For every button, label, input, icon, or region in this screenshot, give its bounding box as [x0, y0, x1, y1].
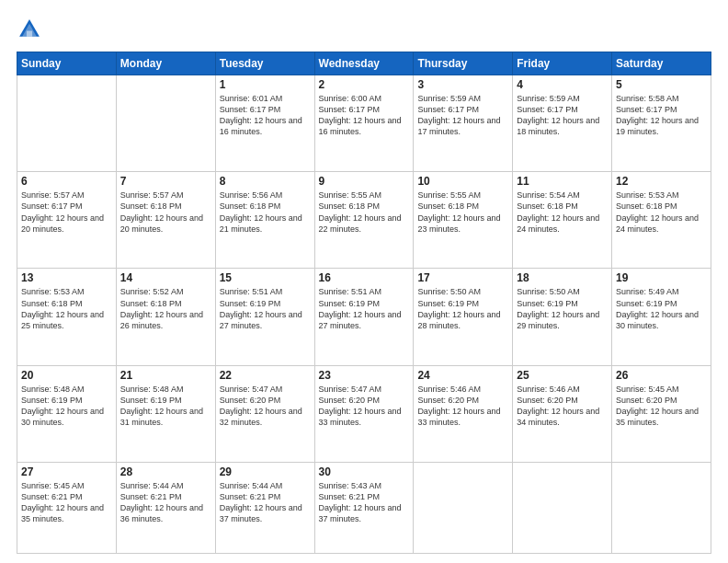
weekday-header-tuesday: Tuesday	[215, 52, 314, 75]
logo-icon	[17, 17, 42, 42]
header	[17, 17, 711, 42]
day-number: 19	[616, 271, 707, 284]
day-number: 20	[21, 369, 112, 382]
calendar-cell: 14Sunrise: 5:52 AMSunset: 6:18 PMDayligh…	[116, 269, 215, 365]
cell-info: Sunrise: 5:43 AMSunset: 6:21 PMDaylight:…	[319, 480, 410, 525]
cell-info: Sunrise: 5:45 AMSunset: 6:20 PMDaylight:…	[616, 384, 707, 429]
weekday-header-friday: Friday	[513, 52, 612, 75]
day-number: 26	[616, 369, 707, 382]
day-number: 10	[417, 175, 508, 188]
calendar-cell: 30Sunrise: 5:43 AMSunset: 6:21 PMDayligh…	[314, 462, 414, 553]
calendar-cell: 4Sunrise: 5:59 AMSunset: 6:17 PMDaylight…	[513, 75, 612, 172]
calendar-cell: 21Sunrise: 5:48 AMSunset: 6:19 PMDayligh…	[116, 365, 215, 462]
cell-info: Sunrise: 5:59 AMSunset: 6:17 PMDaylight:…	[417, 93, 508, 138]
calendar-cell: 20Sunrise: 5:48 AMSunset: 6:19 PMDayligh…	[17, 365, 117, 462]
calendar-cell: 13Sunrise: 5:53 AMSunset: 6:18 PMDayligh…	[17, 269, 117, 365]
svg-rect-2	[27, 31, 32, 37]
calendar-cell: 28Sunrise: 5:44 AMSunset: 6:21 PMDayligh…	[116, 462, 215, 553]
cell-info: Sunrise: 5:44 AMSunset: 6:21 PMDaylight:…	[220, 480, 311, 525]
weekday-header-sunday: Sunday	[17, 52, 117, 75]
cell-info: Sunrise: 5:46 AMSunset: 6:20 PMDaylight:…	[417, 384, 508, 429]
calendar-cell: 6Sunrise: 5:57 AMSunset: 6:17 PMDaylight…	[17, 172, 117, 269]
cell-info: Sunrise: 6:01 AMSunset: 6:17 PMDaylight:…	[220, 93, 311, 138]
calendar-cell: 25Sunrise: 5:46 AMSunset: 6:20 PMDayligh…	[513, 365, 612, 462]
calendar-cell: 7Sunrise: 5:57 AMSunset: 6:18 PMDaylight…	[116, 172, 215, 269]
calendar-cell: 22Sunrise: 5:47 AMSunset: 6:20 PMDayligh…	[215, 365, 314, 462]
cell-info: Sunrise: 5:53 AMSunset: 6:18 PMDaylight:…	[21, 286, 112, 331]
cell-info: Sunrise: 5:59 AMSunset: 6:17 PMDaylight:…	[517, 93, 608, 138]
calendar-cell: 5Sunrise: 5:58 AMSunset: 6:17 PMDaylight…	[612, 75, 711, 172]
calendar-cell: 18Sunrise: 5:50 AMSunset: 6:19 PMDayligh…	[513, 269, 612, 365]
day-number: 12	[616, 175, 707, 188]
day-number: 15	[220, 271, 311, 284]
calendar-week-3: 13Sunrise: 5:53 AMSunset: 6:18 PMDayligh…	[17, 269, 711, 365]
cell-info: Sunrise: 5:47 AMSunset: 6:20 PMDaylight:…	[220, 384, 311, 429]
cell-info: Sunrise: 5:45 AMSunset: 6:21 PMDaylight:…	[21, 480, 112, 525]
cell-info: Sunrise: 5:51 AMSunset: 6:19 PMDaylight:…	[220, 286, 311, 331]
weekday-header-saturday: Saturday	[612, 52, 711, 75]
calendar-week-4: 20Sunrise: 5:48 AMSunset: 6:19 PMDayligh…	[17, 365, 711, 462]
calendar-cell: 17Sunrise: 5:50 AMSunset: 6:19 PMDayligh…	[414, 269, 513, 365]
calendar-table: SundayMondayTuesdayWednesdayThursdayFrid…	[17, 52, 711, 554]
calendar-cell: 19Sunrise: 5:49 AMSunset: 6:19 PMDayligh…	[612, 269, 711, 365]
calendar-cell: 23Sunrise: 5:47 AMSunset: 6:20 PMDayligh…	[314, 365, 414, 462]
day-number: 4	[517, 78, 608, 91]
calendar-cell	[116, 75, 215, 172]
weekday-header-thursday: Thursday	[414, 52, 513, 75]
calendar-cell: 9Sunrise: 5:55 AMSunset: 6:18 PMDaylight…	[314, 172, 414, 269]
day-number: 8	[220, 175, 311, 188]
day-number: 23	[319, 369, 410, 382]
day-number: 24	[417, 369, 508, 382]
day-number: 29	[220, 465, 311, 478]
calendar-week-2: 6Sunrise: 5:57 AMSunset: 6:17 PMDaylight…	[17, 172, 711, 269]
weekday-header-wednesday: Wednesday	[314, 52, 414, 75]
calendar-cell: 15Sunrise: 5:51 AMSunset: 6:19 PMDayligh…	[215, 269, 314, 365]
calendar-cell	[414, 462, 513, 553]
calendar-cell: 8Sunrise: 5:56 AMSunset: 6:18 PMDaylight…	[215, 172, 314, 269]
day-number: 2	[319, 78, 410, 91]
calendar-cell	[17, 75, 117, 172]
day-number: 13	[21, 271, 112, 284]
day-number: 28	[120, 465, 211, 478]
cell-info: Sunrise: 5:55 AMSunset: 6:18 PMDaylight:…	[319, 190, 410, 235]
day-number: 14	[120, 271, 211, 284]
cell-info: Sunrise: 5:46 AMSunset: 6:20 PMDaylight:…	[517, 384, 608, 429]
calendar-week-1: 1Sunrise: 6:01 AMSunset: 6:17 PMDaylight…	[17, 75, 711, 172]
calendar-cell: 16Sunrise: 5:51 AMSunset: 6:19 PMDayligh…	[314, 269, 414, 365]
cell-info: Sunrise: 5:53 AMSunset: 6:18 PMDaylight:…	[616, 190, 707, 235]
cell-info: Sunrise: 5:58 AMSunset: 6:17 PMDaylight:…	[616, 93, 707, 138]
day-number: 16	[319, 271, 410, 284]
cell-info: Sunrise: 5:54 AMSunset: 6:18 PMDaylight:…	[517, 190, 608, 235]
logo	[17, 17, 46, 42]
day-number: 30	[319, 465, 410, 478]
calendar-cell: 12Sunrise: 5:53 AMSunset: 6:18 PMDayligh…	[612, 172, 711, 269]
calendar-cell: 26Sunrise: 5:45 AMSunset: 6:20 PMDayligh…	[612, 365, 711, 462]
cell-info: Sunrise: 5:52 AMSunset: 6:18 PMDaylight:…	[120, 286, 211, 331]
day-number: 9	[319, 175, 410, 188]
day-number: 6	[21, 175, 112, 188]
page: SundayMondayTuesdayWednesdayThursdayFrid…	[0, 0, 728, 563]
cell-info: Sunrise: 5:49 AMSunset: 6:19 PMDaylight:…	[616, 286, 707, 331]
day-number: 27	[21, 465, 112, 478]
cell-info: Sunrise: 5:50 AMSunset: 6:19 PMDaylight:…	[517, 286, 608, 331]
day-number: 3	[417, 78, 508, 91]
weekday-header-monday: Monday	[116, 52, 215, 75]
day-number: 22	[220, 369, 311, 382]
calendar-week-5: 27Sunrise: 5:45 AMSunset: 6:21 PMDayligh…	[17, 462, 711, 553]
cell-info: Sunrise: 5:44 AMSunset: 6:21 PMDaylight:…	[120, 480, 211, 525]
calendar-cell	[612, 462, 711, 553]
cell-info: Sunrise: 5:55 AMSunset: 6:18 PMDaylight:…	[417, 190, 508, 235]
day-number: 25	[517, 369, 608, 382]
calendar-cell	[513, 462, 612, 553]
cell-info: Sunrise: 5:47 AMSunset: 6:20 PMDaylight:…	[319, 384, 410, 429]
calendar-cell: 29Sunrise: 5:44 AMSunset: 6:21 PMDayligh…	[215, 462, 314, 553]
calendar-cell: 3Sunrise: 5:59 AMSunset: 6:17 PMDaylight…	[414, 75, 513, 172]
weekday-header-row: SundayMondayTuesdayWednesdayThursdayFrid…	[17, 52, 711, 75]
cell-info: Sunrise: 5:48 AMSunset: 6:19 PMDaylight:…	[120, 384, 211, 429]
day-number: 17	[417, 271, 508, 284]
cell-info: Sunrise: 5:57 AMSunset: 6:18 PMDaylight:…	[120, 190, 211, 235]
cell-info: Sunrise: 5:48 AMSunset: 6:19 PMDaylight:…	[21, 384, 112, 429]
calendar-cell: 1Sunrise: 6:01 AMSunset: 6:17 PMDaylight…	[215, 75, 314, 172]
calendar-cell: 11Sunrise: 5:54 AMSunset: 6:18 PMDayligh…	[513, 172, 612, 269]
day-number: 18	[517, 271, 608, 284]
